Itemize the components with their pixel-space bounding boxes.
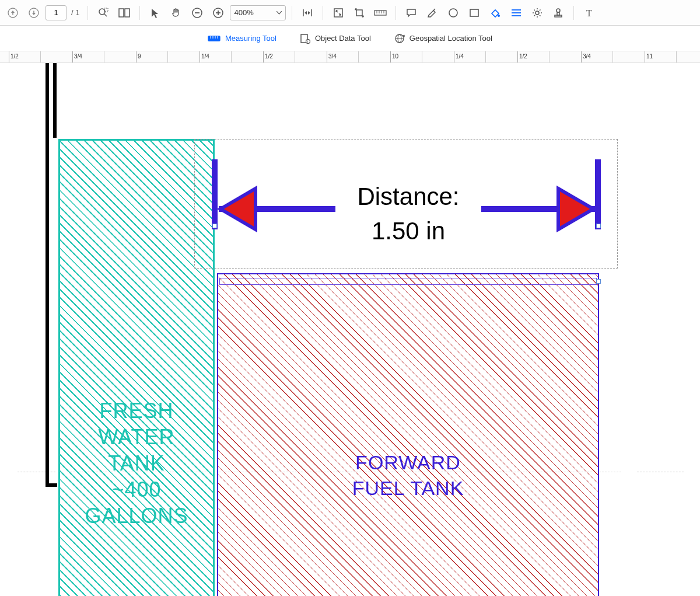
page-total-label: / 1 [71, 8, 79, 17]
svg-line-23 [433, 9, 435, 11]
ruler-tick-label: 9 [138, 53, 141, 60]
measurement-text: Distance: 1.50 in [292, 180, 525, 249]
water-tank-text: ~400 [60, 476, 213, 503]
ruler-tick-label: 1/2 [519, 53, 527, 60]
measurement-label: Distance: [292, 180, 525, 214]
zoom-in-button[interactable] [209, 4, 228, 22]
ruler-tick-label: 1/2 [265, 53, 273, 60]
structural-edge [46, 483, 57, 487]
svg-rect-1 [12, 12, 13, 15]
structural-edge [46, 63, 49, 486]
sub-toolbar: Measuring Tool i Object Data Tool Geospa… [0, 26, 700, 51]
main-toolbar: / 1 400% [0, 0, 700, 26]
svg-marker-50 [558, 189, 593, 229]
object-data-tool-button[interactable]: i Object Data Tool [296, 31, 374, 46]
separator [396, 6, 396, 20]
svg-line-5 [104, 14, 107, 16]
svg-rect-3 [33, 11, 34, 13]
fuel-tank-inner-edge [219, 278, 597, 285]
horizontal-ruler: 1/2 3/4 9 1/4 1/2 3/4 10 1/4 1/2 3/4 11 [0, 51, 700, 63]
highlight-button[interactable] [423, 4, 442, 22]
water-tank-text: TANK [60, 450, 213, 476]
actual-size-button[interactable] [350, 4, 369, 22]
measure-button[interactable] [371, 4, 390, 22]
hand-tool-button[interactable] [167, 4, 186, 22]
fuel-tank-text: FUEL TANK [218, 475, 598, 501]
object-data-label: Object Data Tool [315, 34, 371, 43]
structural-edge [53, 63, 57, 138]
page-down-button[interactable] [24, 4, 43, 22]
water-tank-text: FRESH [60, 398, 213, 424]
selection-tool-button[interactable] [146, 4, 164, 22]
stamp-button[interactable] [549, 4, 568, 22]
separator [88, 6, 88, 20]
svg-rect-8 [125, 9, 130, 17]
ruler-tick-label: 1/4 [201, 53, 209, 60]
zoom-level-select[interactable]: 400% [230, 5, 286, 20]
dashed-reference-line [18, 472, 55, 472]
zoom-out-button[interactable] [188, 4, 206, 22]
selection-handle[interactable] [212, 224, 217, 228]
comment-button[interactable] [402, 4, 421, 22]
water-tank-text: GALLONS [60, 503, 213, 529]
fit-page-button[interactable] [329, 4, 348, 22]
globe-icon [394, 33, 405, 44]
fresh-water-tank: FRESH WATER TANK ~400 GALLONS [58, 139, 215, 596]
svg-rect-17 [356, 10, 362, 16]
svg-rect-16 [334, 9, 342, 17]
ruler-tick-label: 1/4 [456, 53, 464, 60]
page-up-button[interactable] [4, 4, 22, 22]
fit-width-button[interactable] [298, 4, 317, 22]
page-number-input[interactable] [46, 5, 66, 20]
measuring-tool-button[interactable]: Measuring Tool [204, 32, 280, 45]
svg-point-26 [498, 15, 500, 17]
svg-point-24 [449, 9, 457, 17]
geospatial-tool-button[interactable]: Geospatial Location Tool [391, 31, 496, 46]
svg-rect-7 [119, 9, 124, 17]
chevron-down-icon [276, 11, 282, 15]
water-tank-text: WATER [60, 424, 213, 450]
forward-fuel-tank: FORWARD FUEL TANK [217, 273, 599, 596]
measurement-value: 1.50 in [292, 214, 525, 249]
ruler-tick-label: 3/4 [328, 53, 337, 60]
circle-tool-button[interactable] [444, 4, 463, 22]
ruler-tick-label: 11 [646, 53, 653, 60]
svg-marker-49 [220, 189, 256, 229]
svg-rect-35 [208, 36, 220, 41]
measuring-tool-label: Measuring Tool [225, 34, 276, 43]
selection-handle[interactable] [596, 279, 601, 284]
ruler-tick-label: 3/4 [583, 53, 591, 60]
ruler-tick-label: 1/2 [10, 53, 19, 60]
document-canvas[interactable]: FRESH WATER TANK ~400 GALLONS FORWARD FU… [0, 63, 700, 596]
separator [323, 6, 323, 20]
text-tool-button[interactable]: T [580, 4, 598, 22]
fuel-tank-text: FORWARD [218, 449, 598, 475]
marquee-zoom-button[interactable] [94, 4, 113, 22]
ruler-tick-label: 10 [392, 53, 398, 60]
settings-button[interactable] [528, 4, 547, 22]
separator [292, 6, 292, 20]
selection-handle[interactable] [596, 224, 601, 228]
fill-tool-button[interactable] [486, 4, 505, 22]
lines-tool-button[interactable] [507, 4, 526, 22]
ruler-icon [208, 34, 220, 43]
geospatial-label: Geospatial Location Tool [410, 34, 492, 43]
zoom-value: 400% [234, 8, 253, 17]
rectangle-tool-button[interactable] [465, 4, 484, 22]
svg-text:T: T [586, 8, 592, 18]
ruler-tick-label: 3/4 [74, 53, 82, 60]
two-page-view-button[interactable] [115, 4, 134, 22]
separator [139, 6, 140, 20]
svg-rect-18 [374, 11, 386, 15]
dashed-reference-line [637, 472, 684, 472]
object-data-icon: i [300, 33, 310, 44]
svg-point-33 [556, 9, 560, 12]
svg-rect-25 [470, 9, 478, 16]
separator [573, 6, 574, 20]
svg-point-30 [536, 11, 539, 15]
